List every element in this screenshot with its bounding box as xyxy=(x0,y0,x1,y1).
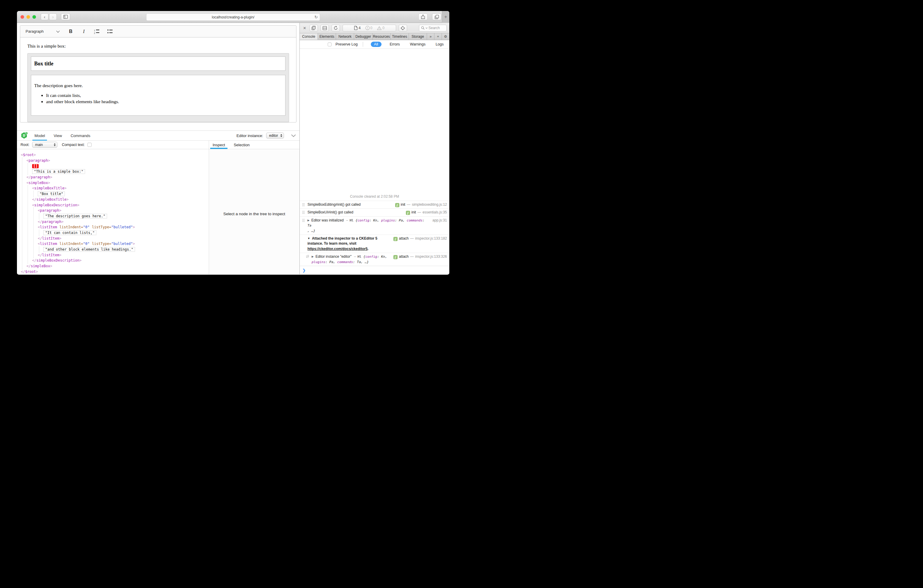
inspector-tab[interactable]: View xyxy=(54,131,62,140)
forward-button[interactable]: › xyxy=(49,13,57,20)
tab-overview-button[interactable] xyxy=(432,13,441,20)
console-scope-filter[interactable]: Errors xyxy=(388,42,402,47)
more-tabs-button[interactable]: » xyxy=(427,33,434,40)
editor-instance-select[interactable]: editor xyxy=(266,133,284,138)
settings-gear-icon[interactable]: ⚙ xyxy=(442,33,449,40)
tree-token: "The description goes here." xyxy=(43,214,107,218)
source-location[interactable]: simpleboxediting.js:12 xyxy=(412,202,447,207)
disclosure-triangle-icon[interactable]: ▼ xyxy=(307,237,310,240)
web-inspector: ✕ xyxy=(299,23,449,274)
tree-line[interactable]: "Box title" xyxy=(21,191,209,197)
devtools-tab[interactable]: Network xyxy=(336,33,354,40)
function-badge-icon: f xyxy=(393,255,397,259)
console-scope-filter[interactable]: All xyxy=(371,42,381,47)
root-select[interactable]: main xyxy=(32,142,57,148)
inspector-tab[interactable]: Model xyxy=(34,131,45,140)
ckeditor-docs-link[interactable]: https://ckeditor.com/docs/ckeditor5 xyxy=(307,247,368,251)
devtools-tab[interactable]: Storage xyxy=(409,33,427,40)
tree-line[interactable]: </simpleBoxTitle> xyxy=(21,197,209,202)
reload-icon[interactable]: ↻ xyxy=(315,15,318,19)
intro-paragraph[interactable]: This is a simple box: xyxy=(27,43,289,49)
source-location[interactable]: app.js:31 xyxy=(432,218,447,222)
console-row[interactable]: finit—simpleboxediting.js:12 SimpleBoxEd… xyxy=(300,200,449,209)
console-input[interactable]: ❯ xyxy=(300,266,449,274)
dock-side-button[interactable] xyxy=(310,25,318,31)
inspector-pane-tab[interactable]: Inspect xyxy=(212,141,226,149)
tree-line[interactable]: <simpleBoxDescription> xyxy=(21,202,209,208)
model-tree[interactable]: <$root> <paragraph> [] xyxy=(17,149,209,274)
source-location[interactable]: inspector.js:133:326 xyxy=(415,255,447,259)
back-button[interactable]: ‹ xyxy=(41,13,48,20)
issues-summary[interactable]: 4 0 0 xyxy=(343,25,396,31)
tree-line[interactable]: </$root> xyxy=(21,269,209,274)
tree-line[interactable]: [] xyxy=(21,163,209,169)
list-item[interactable]: It can contain lists, xyxy=(46,93,282,98)
tree-line[interactable]: <listItemlistIndent="0"listType="bullete… xyxy=(21,241,209,247)
description-list: It can contain lists,and other block ele… xyxy=(34,93,282,104)
new-tab-button[interactable]: + xyxy=(442,11,449,23)
dock-bottom-button[interactable] xyxy=(320,25,329,31)
devtools-tab[interactable]: Resources xyxy=(373,33,391,40)
sidebar-toggle-button[interactable] xyxy=(61,13,70,20)
devtools-tab[interactable]: Timelines xyxy=(391,33,409,40)
inspector-tab[interactable]: Commands xyxy=(71,131,90,140)
tree-line[interactable]: "and other block elements like headings.… xyxy=(21,247,209,252)
search-field[interactable]: Search xyxy=(419,25,447,31)
bold-button[interactable]: B xyxy=(67,28,74,35)
disclosure-triangle-icon[interactable]: ▶ xyxy=(307,219,310,222)
preserve-log-checkbox[interactable] xyxy=(328,43,332,46)
tree-line[interactable]: <simpleBox> xyxy=(21,180,209,186)
editor-content[interactable]: This is a simple box: Box title The desc… xyxy=(20,38,296,122)
tree-line[interactable]: </listItem> xyxy=(21,252,209,258)
disclosure-triangle-icon[interactable]: ▶ xyxy=(312,255,314,258)
tree-line[interactable]: </paragraph> xyxy=(21,174,209,180)
console-scope-filter[interactable]: Warnings xyxy=(408,42,427,47)
share-button[interactable] xyxy=(419,13,428,20)
collapse-inspector-icon[interactable] xyxy=(291,135,296,137)
tree-line[interactable]: <paragraph> xyxy=(21,208,209,214)
bulleted-list-button[interactable] xyxy=(107,28,113,35)
tree-line[interactable]: </simpleBox> xyxy=(21,263,209,269)
tree-token: simpleBox xyxy=(31,264,50,268)
tree-line[interactable]: <paragraph> xyxy=(21,158,209,164)
console-row[interactable]: app.js:31 ▶Editor was initialized –Hl {c… xyxy=(300,217,449,235)
tree-line[interactable]: </listItem> xyxy=(21,235,209,241)
simple-box-widget[interactable]: Box title The description goes here. It … xyxy=(27,53,289,122)
tree-line[interactable]: <simpleBoxTitle> xyxy=(21,186,209,191)
italic-button[interactable]: I xyxy=(80,28,87,35)
close-window-button[interactable] xyxy=(21,15,24,19)
devtools-tab[interactable]: Elements xyxy=(318,33,336,40)
devtools-tab[interactable]: Console xyxy=(300,33,318,40)
page-count: 4 xyxy=(359,26,361,30)
address-bar[interactable]: localhost/creating-a-plugin/ ↻ xyxy=(146,13,320,21)
inspector-pane-tab[interactable]: Selection xyxy=(233,141,250,149)
console-row[interactable]: fattach—inspector.js:133:326 ▶Editor ins… xyxy=(300,253,449,266)
tree-line[interactable]: "This is a simple box:" xyxy=(21,169,209,174)
close-devtools-button[interactable]: ✕ xyxy=(302,26,307,30)
tree-line[interactable]: <$root> xyxy=(21,152,209,158)
console-scope-filter[interactable]: Logs xyxy=(434,42,445,47)
minimize-window-button[interactable] xyxy=(26,15,30,19)
tree-line[interactable]: "The description goes here." xyxy=(21,214,209,219)
devtools-tab[interactable]: Debugger xyxy=(354,33,372,40)
tree-line[interactable]: </simpleBoxDescription> xyxy=(21,258,209,263)
box-title[interactable]: Box title xyxy=(31,56,286,71)
compact-text-checkbox[interactable] xyxy=(87,143,92,147)
reload-page-button[interactable] xyxy=(332,25,340,31)
tree-token: listItem xyxy=(42,253,59,257)
list-item[interactable]: and other block elements like headings. xyxy=(46,99,282,104)
add-tab-button[interactable]: + xyxy=(434,33,442,40)
tree-line[interactable]: "It can contain lists," xyxy=(21,230,209,236)
box-description[interactable]: The description goes here. It can contai… xyxy=(31,75,286,116)
console-row[interactable]: fattach—inspector.js:133:182 ▼Attached t… xyxy=(300,235,449,253)
element-picker-button[interactable] xyxy=(399,25,407,31)
description-paragraph[interactable]: The description goes here. xyxy=(34,83,282,88)
source-location[interactable]: essentials.js:35 xyxy=(422,210,447,214)
zoom-window-button[interactable] xyxy=(33,15,36,19)
tree-line[interactable]: </paragraph> xyxy=(21,219,209,225)
console-row[interactable]: finit—essentials.js:35 SimpleBoxUI#init(… xyxy=(300,209,449,216)
paragraph-style-dropdown[interactable]: Paragraph xyxy=(24,29,61,34)
source-location[interactable]: inspector.js:133:182 xyxy=(415,237,447,240)
tree-line[interactable]: <listItemlistIndent="0"listType="bullete… xyxy=(21,225,209,230)
numbered-list-button[interactable]: 12 xyxy=(94,28,100,35)
